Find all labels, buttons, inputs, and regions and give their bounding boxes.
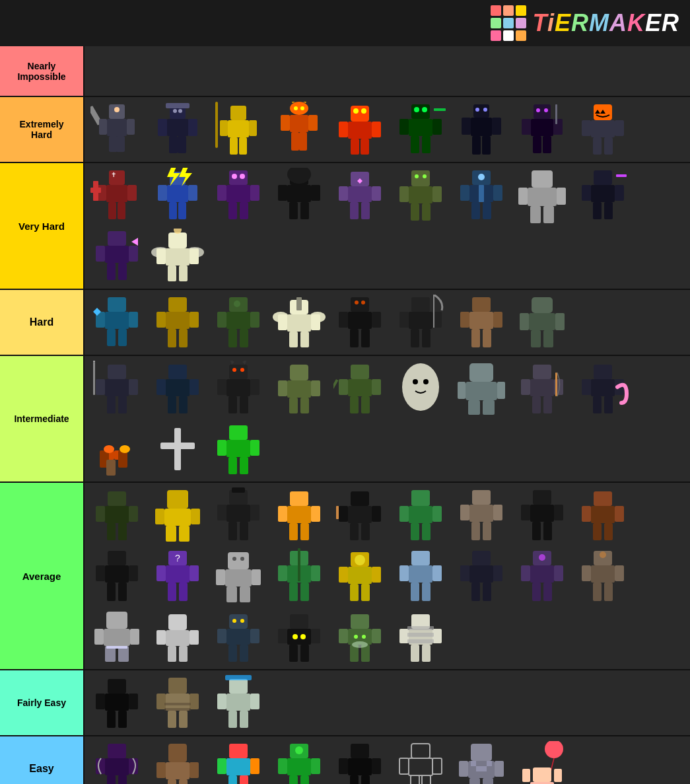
svg-point-438 bbox=[300, 634, 306, 639]
list-item[interactable] bbox=[269, 607, 329, 666]
list-item[interactable] bbox=[330, 100, 390, 159]
list-item[interactable] bbox=[452, 485, 511, 545]
list-item[interactable] bbox=[573, 546, 633, 606]
svg-rect-376 bbox=[298, 548, 300, 581]
list-item[interactable] bbox=[87, 293, 147, 352]
list-item[interactable] bbox=[87, 739, 147, 784]
list-item[interactable] bbox=[269, 100, 329, 159]
list-item[interactable] bbox=[391, 359, 450, 418]
list-item[interactable] bbox=[87, 607, 147, 666]
list-item[interactable] bbox=[512, 546, 572, 606]
svg-rect-468 bbox=[179, 711, 188, 728]
list-item[interactable] bbox=[452, 739, 511, 784]
list-item[interactable] bbox=[148, 359, 207, 418]
svg-rect-244 bbox=[311, 380, 320, 396]
list-item[interactable] bbox=[512, 359, 572, 418]
list-item[interactable] bbox=[87, 673, 147, 732]
list-item[interactable] bbox=[330, 546, 390, 606]
list-item[interactable] bbox=[330, 485, 390, 545]
list-item[interactable] bbox=[330, 293, 390, 352]
list-item[interactable]: ✝ bbox=[87, 166, 147, 225]
list-item[interactable] bbox=[269, 739, 329, 784]
svg-rect-418 bbox=[166, 630, 190, 646]
list-item[interactable] bbox=[269, 166, 329, 225]
svg-rect-208 bbox=[493, 312, 502, 328]
list-item[interactable] bbox=[209, 100, 268, 159]
list-item[interactable] bbox=[391, 485, 450, 545]
svg-rect-484 bbox=[168, 744, 187, 762]
list-item[interactable] bbox=[209, 293, 268, 352]
list-item[interactable] bbox=[148, 293, 207, 352]
svg-point-122 bbox=[415, 174, 419, 178]
list-item[interactable] bbox=[87, 546, 147, 606]
list-item[interactable] bbox=[209, 739, 268, 784]
svg-rect-451 bbox=[432, 629, 442, 643]
list-item[interactable] bbox=[452, 293, 511, 352]
svg-rect-311 bbox=[287, 506, 311, 523]
list-item[interactable] bbox=[330, 166, 390, 225]
list-item[interactable] bbox=[87, 227, 147, 286]
svg-rect-476 bbox=[240, 711, 248, 728]
list-item[interactable] bbox=[209, 419, 268, 479]
list-item[interactable] bbox=[87, 100, 147, 159]
list-item[interactable] bbox=[391, 546, 450, 606]
list-item[interactable] bbox=[573, 359, 633, 418]
svg-rect-187 bbox=[289, 332, 298, 347]
list-item[interactable] bbox=[209, 485, 268, 545]
list-item[interactable] bbox=[87, 419, 147, 479]
list-item[interactable] bbox=[452, 166, 511, 225]
list-item[interactable] bbox=[269, 293, 329, 352]
list-item[interactable] bbox=[573, 100, 633, 159]
svg-rect-218 bbox=[105, 379, 129, 396]
svg-point-368 bbox=[232, 557, 236, 561]
svg-rect-315 bbox=[300, 523, 309, 540]
list-item[interactable] bbox=[148, 419, 207, 479]
list-item[interactable] bbox=[148, 227, 207, 286]
svg-rect-351 bbox=[96, 565, 105, 581]
svg-rect-261 bbox=[468, 400, 480, 415]
list-item[interactable] bbox=[148, 607, 207, 666]
list-item[interactable] bbox=[148, 100, 207, 159]
list-item[interactable] bbox=[452, 100, 511, 159]
list-item[interactable] bbox=[87, 485, 147, 545]
list-item[interactable] bbox=[512, 293, 572, 352]
list-item[interactable] bbox=[209, 546, 268, 606]
svg-rect-68 bbox=[555, 104, 557, 124]
svg-rect-503 bbox=[351, 744, 369, 758]
list-item[interactable]: ? bbox=[148, 546, 207, 606]
svg-point-197 bbox=[361, 301, 365, 304]
list-item[interactable] bbox=[512, 485, 572, 545]
list-item[interactable] bbox=[269, 359, 329, 418]
list-item[interactable] bbox=[391, 293, 450, 352]
list-item[interactable] bbox=[512, 739, 572, 784]
list-item[interactable] bbox=[512, 166, 572, 225]
list-item[interactable] bbox=[209, 359, 268, 418]
list-item[interactable] bbox=[573, 485, 633, 545]
svg-rect-345 bbox=[593, 523, 602, 540]
svg-rect-471 bbox=[229, 679, 248, 694]
list-item[interactable] bbox=[209, 673, 268, 732]
list-item[interactable] bbox=[148, 739, 207, 784]
svg-point-446 bbox=[362, 635, 366, 639]
list-item[interactable] bbox=[452, 359, 511, 418]
list-item[interactable] bbox=[148, 485, 207, 545]
list-item[interactable] bbox=[573, 166, 633, 225]
list-item[interactable] bbox=[148, 673, 207, 732]
svg-rect-132 bbox=[532, 170, 553, 188]
list-item[interactable] bbox=[330, 607, 390, 666]
list-item[interactable] bbox=[391, 166, 450, 225]
list-item[interactable] bbox=[330, 739, 390, 784]
list-item[interactable] bbox=[87, 359, 147, 418]
list-item[interactable] bbox=[452, 546, 511, 606]
svg-rect-136 bbox=[530, 206, 541, 223]
list-item[interactable] bbox=[391, 100, 450, 159]
list-item[interactable] bbox=[391, 739, 450, 784]
list-item[interactable] bbox=[148, 166, 207, 225]
list-item[interactable] bbox=[269, 546, 329, 606]
list-item[interactable] bbox=[330, 359, 390, 418]
list-item[interactable] bbox=[391, 607, 450, 666]
list-item[interactable] bbox=[512, 100, 572, 159]
list-item[interactable] bbox=[209, 166, 268, 225]
list-item[interactable] bbox=[269, 485, 329, 545]
list-item[interactable] bbox=[209, 607, 268, 666]
